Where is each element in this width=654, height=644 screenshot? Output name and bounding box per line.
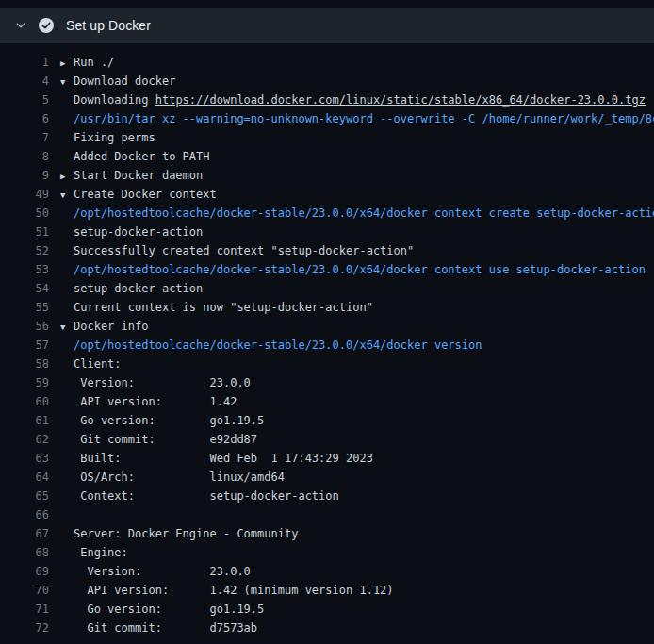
log-line: 68 Engine: xyxy=(0,543,654,562)
line-number[interactable]: 68 xyxy=(0,543,49,562)
line-number[interactable]: 60 xyxy=(0,392,49,411)
log-line: 54setup-docker-action xyxy=(0,279,654,298)
log-group-toggle[interactable]: ▶Run ./ xyxy=(60,53,114,72)
log-line: 5Downloading https://download.docker.com… xyxy=(0,91,654,109)
log-line: 70 API version: 1.42 (minimum version 1.… xyxy=(0,581,654,600)
line-number[interactable]: 8 xyxy=(0,147,49,166)
log-command-text: /opt/hostedtoolcache/docker-stable/23.0.… xyxy=(60,336,482,355)
line-number[interactable]: 55 xyxy=(0,298,49,317)
line-number[interactable]: 5 xyxy=(0,91,49,109)
log-url-link[interactable]: https://download.docker.com/linux/static… xyxy=(155,93,646,107)
log-line: 71 Go version: go1.19.5 xyxy=(0,600,654,619)
log-text: setup-docker-action xyxy=(60,223,203,241)
log-group-label: Run ./ xyxy=(74,56,114,69)
line-number[interactable]: 70 xyxy=(0,581,49,600)
log-line: 51setup-docker-action xyxy=(0,223,654,241)
line-number[interactable]: 4 xyxy=(0,72,49,91)
log-text: Engine: xyxy=(60,543,128,562)
triangle-right-icon: ▶ xyxy=(60,54,74,72)
line-number[interactable]: 72 xyxy=(0,619,49,637)
log-text: Context: setup-docker-action xyxy=(60,487,339,505)
log-text xyxy=(60,505,74,524)
log-text: Client: xyxy=(60,355,122,373)
log-text: OS/Arch: linux/amd64 xyxy=(60,468,285,487)
triangle-down-icon: ▼ xyxy=(60,318,74,336)
log-line: 69 Version: 23.0.0 xyxy=(0,562,654,581)
log-line: 67Server: Docker Engine - Community xyxy=(0,524,654,543)
log-line: 53/opt/hostedtoolcache/docker-stable/23.… xyxy=(0,260,654,279)
log-line: 66 xyxy=(0,505,654,524)
log-group-label: Start Docker daemon xyxy=(74,169,203,182)
line-number[interactable]: 7 xyxy=(0,128,49,147)
line-number[interactable]: 71 xyxy=(0,600,49,619)
triangle-down-icon: ▼ xyxy=(60,73,74,91)
log-command-text: /opt/hostedtoolcache/docker-stable/23.0.… xyxy=(60,204,654,223)
line-number[interactable]: 61 xyxy=(0,411,49,430)
log-text-prefix: Downloading xyxy=(74,93,155,107)
log-line: 61 Go version: go1.19.5 xyxy=(0,411,654,430)
log-line: 56▼Docker info xyxy=(0,317,654,336)
line-number[interactable]: 66 xyxy=(0,505,49,524)
line-number[interactable]: 62 xyxy=(0,430,49,449)
log-text: Downloading https://download.docker.com/… xyxy=(60,91,646,109)
log-text: Go version: go1.19.5 xyxy=(60,600,264,619)
line-number[interactable]: 64 xyxy=(0,468,49,487)
log-line: 7Fixing perms xyxy=(0,128,654,147)
log-line: 57/opt/hostedtoolcache/docker-stable/23.… xyxy=(0,336,654,355)
log-text: Version: 23.0.0 xyxy=(60,562,251,581)
log-text: Fixing perms xyxy=(60,128,155,147)
log-text: API version: 1.42 (minimum version 1.12) xyxy=(60,581,394,600)
log-group-toggle[interactable]: ▼Create Docker context xyxy=(60,185,217,204)
line-number[interactable]: 67 xyxy=(0,524,49,543)
log-group-label: Download docker xyxy=(74,74,175,88)
log-group-toggle[interactable]: ▼Docker info xyxy=(60,317,148,336)
chevron-down-icon[interactable] xyxy=(15,20,26,31)
log-line: 72 Git commit: d7573ab xyxy=(0,619,654,637)
line-number[interactable]: 6 xyxy=(0,109,49,128)
line-number[interactable]: 69 xyxy=(0,562,49,581)
log-text: API version: 1.42 xyxy=(60,392,237,411)
line-number[interactable]: 52 xyxy=(0,241,49,260)
line-number[interactable]: 58 xyxy=(0,355,49,373)
log-group-label: Docker info xyxy=(74,320,148,333)
line-number[interactable]: 50 xyxy=(0,204,49,223)
triangle-down-icon: ▼ xyxy=(60,186,74,204)
log-text: Git commit: e92dd87 xyxy=(60,430,257,449)
log-group-toggle[interactable]: ▶Start Docker daemon xyxy=(60,166,203,185)
line-number[interactable]: 54 xyxy=(0,279,49,298)
log-lines: 1▶Run ./4▼Download docker5Downloading ht… xyxy=(0,43,654,637)
actions-log-viewer: Set up Docker 1▶Run ./4▼Download docker5… xyxy=(0,0,654,644)
log-line: 52Successfully created context "setup-do… xyxy=(0,241,654,260)
log-text: setup-docker-action xyxy=(60,279,203,298)
line-number[interactable]: 49 xyxy=(0,185,49,204)
log-line: 62 Git commit: e92dd87 xyxy=(0,430,654,449)
step-title: Set up Docker xyxy=(66,18,151,33)
log-command-text: /usr/bin/tar xz --warning=no-unknown-key… xyxy=(60,109,654,128)
line-number[interactable]: 9 xyxy=(0,166,49,185)
log-line: 58Client: xyxy=(0,355,654,373)
log-line: 6/usr/bin/tar xz --warning=no-unknown-ke… xyxy=(0,109,654,128)
log-line: 4▼Download docker xyxy=(0,72,654,91)
line-number[interactable]: 56 xyxy=(0,317,49,336)
log-line: 59 Version: 23.0.0 xyxy=(0,373,654,392)
log-line: 9▶Start Docker daemon xyxy=(0,166,654,185)
log-text: Successfully created context "setup-dock… xyxy=(60,241,414,260)
line-number[interactable]: 51 xyxy=(0,223,49,241)
log-text: Server: Docker Engine - Community xyxy=(60,524,298,543)
log-line: 64 OS/Arch: linux/amd64 xyxy=(0,468,654,487)
log-line: 49▼Create Docker context xyxy=(0,185,654,204)
line-number[interactable]: 53 xyxy=(0,260,49,279)
line-number[interactable]: 57 xyxy=(0,336,49,355)
log-line: 8Added Docker to PATH xyxy=(0,147,654,166)
step-header-setup-docker[interactable]: Set up Docker xyxy=(0,8,654,43)
line-number[interactable]: 59 xyxy=(0,373,49,392)
log-text: Go version: go1.19.5 xyxy=(60,411,264,430)
log-group-toggle[interactable]: ▼Download docker xyxy=(60,72,175,91)
log-text: Current context is now "setup-docker-act… xyxy=(60,298,373,317)
line-number[interactable]: 1 xyxy=(0,53,49,72)
log-group-label: Create Docker context xyxy=(74,188,217,201)
line-number[interactable]: 65 xyxy=(0,487,49,505)
log-line: 55Current context is now "setup-docker-a… xyxy=(0,298,654,317)
log-command-text: /opt/hostedtoolcache/docker-stable/23.0.… xyxy=(60,260,646,279)
line-number[interactable]: 63 xyxy=(0,449,49,468)
